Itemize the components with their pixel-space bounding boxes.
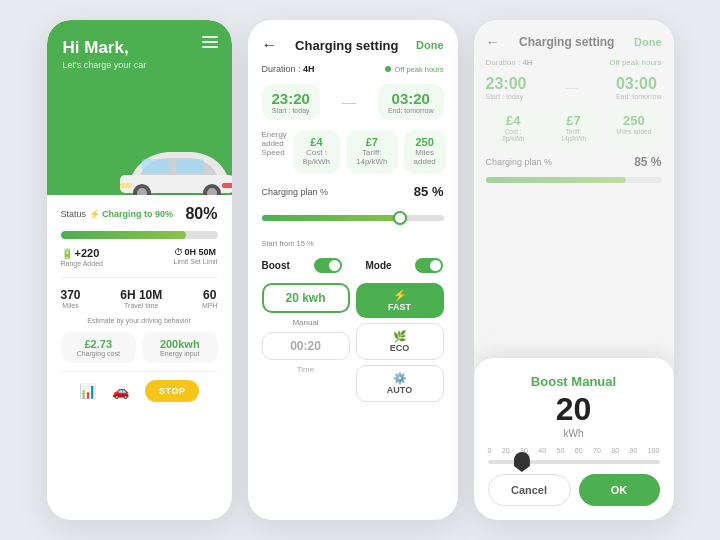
auto-label: AUTO (367, 385, 433, 395)
plan-pct: 85 % (414, 184, 444, 199)
miles-value: 250 (414, 136, 436, 148)
cost-row: £2.73 Charging cost 200kwh Energy input (61, 332, 218, 363)
charge-progress-bar (61, 231, 218, 239)
right-title: Charging setting (519, 35, 614, 49)
charging-slider[interactable] (262, 209, 444, 227)
end-time-box: 03:20 End: tomorrow (378, 84, 444, 120)
popup-cancel-button[interactable]: Cancel (488, 474, 571, 506)
end-sub: End: tomorrow (388, 107, 434, 114)
done-button[interactable]: Done (416, 39, 444, 51)
car-image (112, 140, 232, 195)
time-dash: — (342, 94, 356, 110)
subtitle: Let's charge your car (63, 60, 216, 70)
stats-nav-icon[interactable]: 📊 (79, 383, 96, 399)
time-input-val: 00:20 (273, 339, 339, 353)
right-time-row: 23:00 Start : today — 03:00 End: tomorro… (486, 75, 662, 100)
cost-value: £4 (303, 136, 330, 148)
tariff-label: Tariff: 14p/kWh (356, 148, 388, 166)
time-row: 23:20 Start : today — 03:20 End: tomorro… (262, 84, 444, 120)
estimate-label: Estimate by your driving behavior (61, 317, 218, 324)
status-label: Status ⚡ Charging to 90% (61, 209, 174, 219)
right-done: Done (634, 36, 662, 48)
boost-col: 20 kwh Manual 00:20 Time (262, 283, 350, 402)
auto-icon: ⚙️ (367, 372, 433, 385)
end-time: 03:20 (388, 90, 434, 107)
auto-mode-box[interactable]: ⚙️ AUTO (356, 365, 444, 402)
status-row: Status ⚡ Charging to 90% 80% (61, 205, 218, 223)
boost-label: Boost (262, 260, 290, 271)
boost-row: Boost Mode (262, 258, 444, 273)
miles-label: Miles added (414, 148, 436, 166)
tariff-value: £7 (356, 136, 388, 148)
plan-section: Charging plan % 85 % (262, 184, 444, 199)
start-time-box: 23:20 Start : today (262, 84, 320, 120)
right-end-time: 03:00 End: tomorrow (616, 75, 662, 100)
boost-popup: Boost Manual 20 kWh 02030405060708090100… (474, 358, 674, 520)
duration-row: Duration : 4H Off peak hours (262, 64, 444, 74)
right-miles-box: 250 Miles added (606, 108, 661, 147)
right-back-arrow: ← (486, 34, 500, 50)
popup-unit: kWh (488, 428, 660, 439)
stop-button[interactable]: STOP (145, 380, 199, 402)
miles-trip: 370 Miles (61, 288, 81, 309)
popup-btn-row: Cancel OK (488, 474, 660, 506)
divider1 (61, 277, 218, 278)
mid-title: Charging setting (295, 38, 398, 53)
offpeak-label: Off peak hours (385, 65, 443, 74)
time-input-label: Time (262, 365, 350, 374)
right-energy-row: £4 Cost : 8p/kWh £7 Tariff: 14p/kWh 250 … (486, 108, 662, 147)
left-card: Hi Mark, Let's charge your car Status ⚡ … (47, 20, 232, 520)
kwh-box[interactable]: 20 kwh (262, 283, 350, 313)
battery-icon: 🔋 (61, 248, 73, 259)
mode-toggle[interactable] (415, 258, 443, 273)
energy-row: Energy added Speed £4 Cost : 8p/kWh £7 T… (262, 130, 444, 174)
miles-box: 250 Miles added (404, 130, 446, 174)
eco-mode-box[interactable]: 🌿 ECO (356, 323, 444, 360)
svg-rect-8 (120, 183, 132, 188)
start-sub: Start : today (272, 107, 310, 114)
range-added-stat: 🔋 +220 Range Added (61, 247, 103, 267)
mode-col: ⚡ FAST 🌿 ECO ⚙️ AUTO (356, 283, 444, 402)
charging-cost-label: Charging cost (69, 350, 129, 357)
energy-input-value: 200kwh (150, 338, 210, 350)
fast-mode-box[interactable]: ⚡ FAST (356, 283, 444, 318)
energy-input-label: Energy input (150, 350, 210, 357)
popup-ok-button[interactable]: OK (579, 474, 660, 506)
right-duration-row: Duration : 4H Off peak hours (486, 58, 662, 67)
boost-toggle[interactable] (314, 258, 342, 273)
svg-rect-2 (142, 159, 170, 173)
back-arrow[interactable]: ← (262, 36, 278, 54)
kwh-value: 20 kwh (274, 291, 338, 305)
svg-rect-3 (176, 159, 204, 173)
right-content-blurred: ← Charging setting Done Duration : 4H Of… (486, 34, 662, 183)
charge-progress-fill (61, 231, 187, 239)
time-input-box[interactable]: 00:20 (262, 332, 350, 360)
slider-start-label: Start from 15 % (262, 239, 444, 248)
car-nav-icon[interactable]: 🚗 (112, 383, 129, 399)
energy-labels: Energy added Speed (262, 130, 287, 174)
charge-percentage: 80% (185, 205, 217, 223)
cost-label: Cost : 8p/kWh (303, 148, 330, 166)
start-time: 23:20 (272, 90, 310, 107)
svg-rect-9 (222, 183, 232, 188)
right-header: ← Charging setting Done (486, 34, 662, 50)
travel-trip: 6H 10M Travel time (120, 288, 162, 309)
charging-cost-box: £2.73 Charging cost (61, 332, 137, 363)
right-tariff-box: £7 Tariff: 14p/kWh (546, 108, 601, 147)
menu-icon[interactable] (202, 36, 218, 48)
limit-stat: ⏱ 0H 50M Limit Set Limit (174, 247, 218, 267)
right-card: ← Charging setting Done Duration : 4H Of… (474, 20, 674, 520)
popup-scale: 02030405060708090100 (488, 447, 660, 454)
fast-icon: ⚡ (366, 289, 434, 302)
mid-card: ← Charging setting Done Duration : 4H Of… (248, 20, 458, 520)
popup-slider[interactable] (488, 460, 660, 464)
mode-label: Mode (366, 260, 392, 271)
right-start-time: 23:00 Start : today (486, 75, 527, 100)
charging-cost-value: £2.73 (69, 338, 129, 350)
eco-label: ECO (367, 343, 433, 353)
stats-row: 🔋 +220 Range Added ⏱ 0H 50M Limit Set Li… (61, 247, 218, 267)
trip-row: 370 Miles 6H 10M Travel time 60 MPH (61, 288, 218, 309)
right-cost-box: £4 Cost : 8p/kWh (486, 108, 541, 147)
right-plan-row: Charging plan % 85 % (486, 155, 662, 169)
popup-title: Boost Manual (488, 374, 660, 389)
